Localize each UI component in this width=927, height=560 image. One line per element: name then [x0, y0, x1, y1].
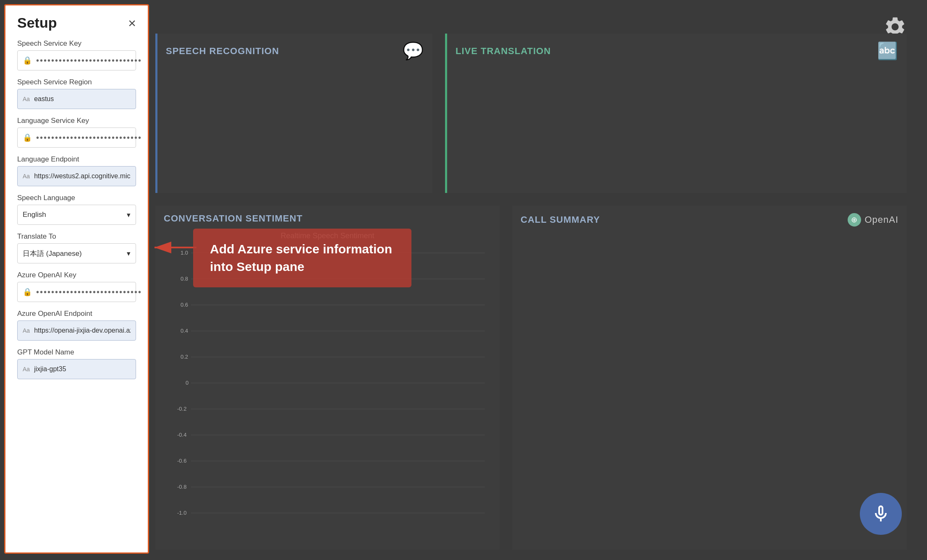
translate-to-value: 日本語 (Japanese)	[23, 249, 82, 258]
azure-openai-endpoint-input-wrapper[interactable]: Aa	[17, 320, 136, 341]
speech-language-label: Speech Language	[17, 194, 136, 202]
speech-service-region-input[interactable]	[34, 95, 131, 103]
language-service-key-group: Language Service Key 🔒	[17, 117, 136, 148]
chevron-down-icon: ▾	[127, 211, 131, 219]
translate-to-label: Translate To	[17, 232, 136, 241]
gpt-model-name-label: GPT Model Name	[17, 348, 136, 357]
setup-header: Setup ×	[17, 5, 136, 39]
speech-language-select[interactable]: English ▾	[17, 205, 136, 225]
svg-text:-0.6: -0.6	[177, 458, 186, 464]
text-prefix-icon-3: Aa	[23, 327, 30, 334]
speech-recognition-header: SPEECH RECOGNITION 💬	[157, 34, 432, 68]
language-service-key-input-wrapper[interactable]: 🔒	[17, 128, 136, 148]
call-summary-title: CALL SUMMARY	[521, 214, 600, 225]
chevron-down-icon-2: ▾	[127, 249, 131, 258]
gpt-model-name-group: GPT Model Name Aa	[17, 348, 136, 379]
speech-service-region-input-wrapper[interactable]: Aa	[17, 89, 136, 109]
svg-text:0.2: 0.2	[181, 354, 188, 360]
speech-recognition-title: SPEECH RECOGNITION	[166, 46, 279, 57]
language-endpoint-group: Language Endpoint Aa	[17, 155, 136, 186]
svg-text:0: 0	[186, 380, 189, 386]
translate-icon: 🔤	[877, 41, 898, 61]
text-prefix-icon: Aa	[23, 96, 30, 102]
lock-icon-2: 🔒	[23, 133, 32, 142]
language-service-key-input[interactable]	[36, 133, 142, 143]
translate-to-select[interactable]: 日本語 (Japanese) ▾	[17, 243, 136, 263]
text-prefix-icon-4: Aa	[23, 366, 30, 372]
annotation-box: Add Azure service information into Setup…	[193, 229, 411, 287]
azure-openai-endpoint-input[interactable]	[34, 327, 131, 334]
svg-text:0.6: 0.6	[181, 302, 188, 308]
openai-label: OpenAI	[864, 214, 898, 225]
live-translation-title: LIVE TRANSLATION	[456, 46, 551, 57]
speech-service-key-input-wrapper[interactable]: 🔒	[17, 50, 136, 70]
speech-language-group: Speech Language English ▾	[17, 194, 136, 225]
language-endpoint-input-wrapper[interactable]: Aa	[17, 166, 136, 186]
svg-text:0.4: 0.4	[181, 328, 188, 334]
svg-text:0.8: 0.8	[181, 276, 188, 282]
language-endpoint-label: Language Endpoint	[17, 155, 136, 164]
openai-badge: ⊕ OpenAI	[848, 213, 898, 227]
live-translation-panel: LIVE TRANSLATION 🔤	[445, 34, 907, 193]
speech-service-key-input[interactable]	[36, 56, 142, 65]
gpt-model-name-input-wrapper[interactable]: Aa	[17, 359, 136, 379]
speech-service-region-label: Speech Service Region	[17, 78, 136, 86]
sentiment-header: CONVERSATION SENTIMENT	[155, 206, 500, 232]
azure-openai-key-group: Azure OpenAI Key 🔒	[17, 271, 136, 302]
azure-openai-endpoint-label: Azure OpenAI Endpoint	[17, 310, 136, 318]
azure-openai-endpoint-group: Azure OpenAI Endpoint Aa	[17, 310, 136, 341]
svg-text:-0.4: -0.4	[177, 432, 186, 438]
speech-language-value: English	[23, 211, 46, 219]
lock-icon-3: 🔒	[23, 287, 32, 297]
setup-close-button[interactable]: ×	[128, 16, 136, 30]
setup-panel: Setup × Speech Service Key 🔒 Speech Serv…	[4, 4, 149, 554]
svg-text:-1.0: -1.0	[177, 510, 186, 516]
call-summary-header: CALL SUMMARY ⊕ OpenAI	[512, 206, 907, 234]
gpt-model-name-input[interactable]	[34, 365, 131, 373]
azure-openai-key-label: Azure OpenAI Key	[17, 271, 136, 279]
azure-openai-key-input[interactable]	[36, 287, 142, 297]
language-service-key-label: Language Service Key	[17, 117, 136, 125]
openai-logo: ⊕	[848, 213, 861, 227]
mic-button[interactable]	[860, 493, 902, 535]
live-translation-header: LIVE TRANSLATION 🔤	[447, 34, 907, 68]
sentiment-title: CONVERSATION SENTIMENT	[164, 213, 303, 224]
lock-icon: 🔒	[23, 56, 32, 65]
svg-text:-0.2: -0.2	[177, 406, 186, 412]
text-prefix-icon-2: Aa	[23, 173, 30, 180]
setup-title: Setup	[17, 15, 57, 31]
speech-service-key-group: Speech Service Key 🔒	[17, 39, 136, 70]
language-endpoint-input[interactable]	[34, 172, 131, 180]
translate-to-group: Translate To 日本語 (Japanese) ▾	[17, 232, 136, 263]
speech-service-key-label: Speech Service Key	[17, 39, 136, 48]
sentiment-chart: 1.0 0.8 0.6 0.4 0.2 0 -0.2 -0.4 -0.6 -0.…	[168, 245, 487, 530]
whatsapp-icon: 💬	[403, 41, 424, 61]
call-summary-panel: CALL SUMMARY ⊕ OpenAI	[512, 206, 907, 550]
speech-service-region-group: Speech Service Region Aa	[17, 78, 136, 109]
speech-recognition-panel: SPEECH RECOGNITION 💬	[155, 34, 432, 193]
azure-openai-key-input-wrapper[interactable]: 🔒	[17, 282, 136, 302]
microphone-icon	[871, 504, 891, 524]
svg-text:-0.8: -0.8	[177, 484, 186, 490]
annotation-text: Add Azure service information into Setup…	[210, 242, 392, 273]
